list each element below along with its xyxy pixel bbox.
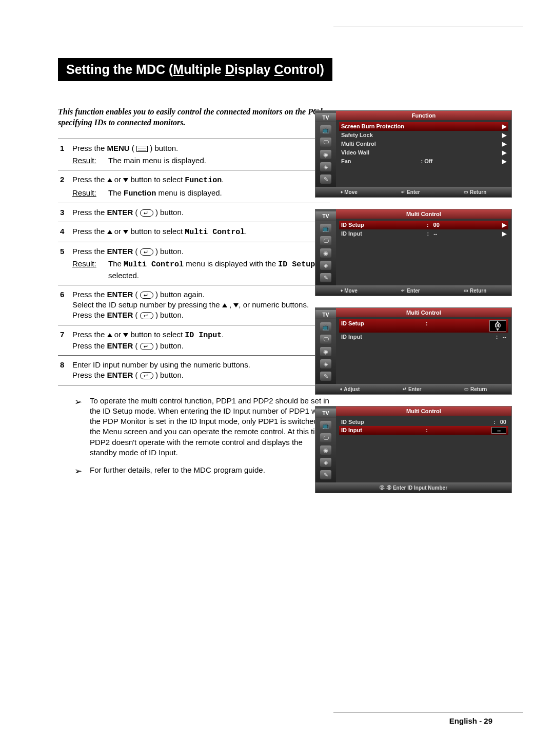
osd-side-icon: 🖵 xyxy=(320,236,331,245)
osd-menu-item: ID Setup: 00▶ xyxy=(339,221,508,229)
down-triangle-icon xyxy=(123,178,128,182)
osd-menu-item: ID Setup: 00 xyxy=(339,418,508,426)
osd-side-icon: ◈ xyxy=(320,162,331,171)
osd-tv-label: TV xyxy=(315,113,336,122)
osd-menu-item: ID Input:-- xyxy=(339,426,508,435)
notes: ➢To operate the multi control function, … xyxy=(74,396,331,478)
enter-icon xyxy=(140,312,153,319)
enter-icon xyxy=(140,209,153,217)
osd-screenshots: TV📺🖵◉◈✎FunctionScreen Burn Protection▶Sa… xyxy=(304,110,523,505)
page-title: Setting the MDC (Multiple Display Contro… xyxy=(58,58,332,81)
osd-panel: TV📺🖵◉◈✎Multi ControlID Setup: 00▶ID Inpu… xyxy=(315,209,512,296)
down-triangle-icon xyxy=(233,303,239,307)
intro-text: This function enables you to easily cont… xyxy=(58,107,330,128)
enter-icon xyxy=(140,343,153,350)
note-arrow-icon: ➢ xyxy=(74,465,90,477)
osd-side-icon: 🖵 xyxy=(320,433,331,442)
osd-header: Function xyxy=(336,111,511,120)
osd-menu-item: Video Wall▶ xyxy=(339,148,508,157)
osd-header: Multi Control xyxy=(336,308,511,317)
osd-menu-item: Fan: Off▶ xyxy=(339,157,508,166)
osd-tv-label: TV xyxy=(315,310,336,319)
step-4: 4Press the or button to select Multi Con… xyxy=(58,222,330,242)
osd-menu-item: ID Input: -- xyxy=(339,333,508,341)
note-text: For further details, refer to the MDC pr… xyxy=(90,465,331,477)
step-3: 3Press the ENTER ( ) button. xyxy=(58,203,330,222)
osd-side-icon: ◈ xyxy=(320,458,331,467)
osd-side-icon: ◉ xyxy=(320,347,331,356)
page-number: English - 29 xyxy=(449,716,492,725)
osd-footer: ♦Adjust↵Enter▭Return xyxy=(315,384,511,394)
osd-side-icon: ◈ xyxy=(320,261,331,270)
up-triangle-icon xyxy=(107,333,112,337)
step-2: 2Press the or button to select Function.… xyxy=(58,170,330,203)
osd-menu-item: Screen Burn Protection▶ xyxy=(339,122,508,131)
step-5: 5Press the ENTER ( ) button.Result:The M… xyxy=(58,242,330,285)
osd-panel: TV📺🖵◉◈✎Multi ControlID Setup:00ID Input:… xyxy=(315,307,512,395)
osd-side-icon: ◉ xyxy=(320,150,331,159)
osd-side-icon: 🖵 xyxy=(320,335,331,344)
osd-tv-label: TV xyxy=(315,211,336,221)
osd-side-icon: ✎ xyxy=(320,470,331,479)
step-6: 6Press the ENTER ( ) button again.Select… xyxy=(58,285,330,325)
note-text: To operate the multi control function, P… xyxy=(90,396,331,458)
osd-side-icon: 📺 xyxy=(320,224,331,233)
enter-icon xyxy=(140,292,153,299)
osd-side-icon: ◈ xyxy=(320,359,331,369)
menu-icon xyxy=(136,146,148,152)
osd-side-icon: ◉ xyxy=(320,445,331,455)
step-1: 1Press the MENU ( ) button.Result:The ma… xyxy=(58,139,330,171)
osd-footer: ♦Move↵Enter▭Return xyxy=(315,285,511,296)
up-triangle-icon xyxy=(107,178,112,182)
osd-footer: ⓪..⑨ Enter ID Input Number xyxy=(315,482,511,493)
osd-side-icon: 📺 xyxy=(320,125,331,134)
up-triangle-icon xyxy=(107,230,112,234)
osd-menu-item: ID Input: --▶ xyxy=(339,229,508,238)
osd-panel: TV📺🖵◉◈✎FunctionScreen Burn Protection▶Sa… xyxy=(315,110,512,198)
osd-header: Multi Control xyxy=(336,406,511,416)
osd-header: Multi Control xyxy=(336,209,511,219)
osd-side-icon: 📺 xyxy=(320,421,331,430)
osd-side-icon: ◉ xyxy=(320,248,331,258)
osd-panel: TV📺🖵◉◈✎Multi ControlID Setup: 00ID Input… xyxy=(315,406,512,493)
step-7: 7Press the or button to select ID Input.… xyxy=(58,325,330,356)
osd-menu-item: Safety Lock▶ xyxy=(339,131,508,140)
enter-icon xyxy=(140,248,153,256)
step-8: 8Enter ID input number by using the nume… xyxy=(58,356,330,385)
down-triangle-icon xyxy=(123,230,128,234)
note-arrow-icon: ➢ xyxy=(74,396,90,458)
up-triangle-icon xyxy=(222,303,227,307)
osd-side-icon: 🖵 xyxy=(320,138,331,147)
down-triangle-icon xyxy=(123,333,128,337)
osd-menu-item: Multi Control▶ xyxy=(339,140,508,148)
osd-tv-label: TV xyxy=(315,409,336,418)
steps-list: 1Press the MENU ( ) button.Result:The ma… xyxy=(58,139,330,385)
osd-side-icon: ✎ xyxy=(320,372,331,381)
osd-footer: ♦Move↵Enter▭Return xyxy=(315,187,511,197)
enter-icon xyxy=(140,372,153,379)
osd-side-icon: 📺 xyxy=(320,322,331,332)
osd-side-icon: ✎ xyxy=(320,273,331,282)
osd-menu-item: ID Setup:00 xyxy=(339,319,508,333)
osd-side-icon: ✎ xyxy=(320,175,331,184)
